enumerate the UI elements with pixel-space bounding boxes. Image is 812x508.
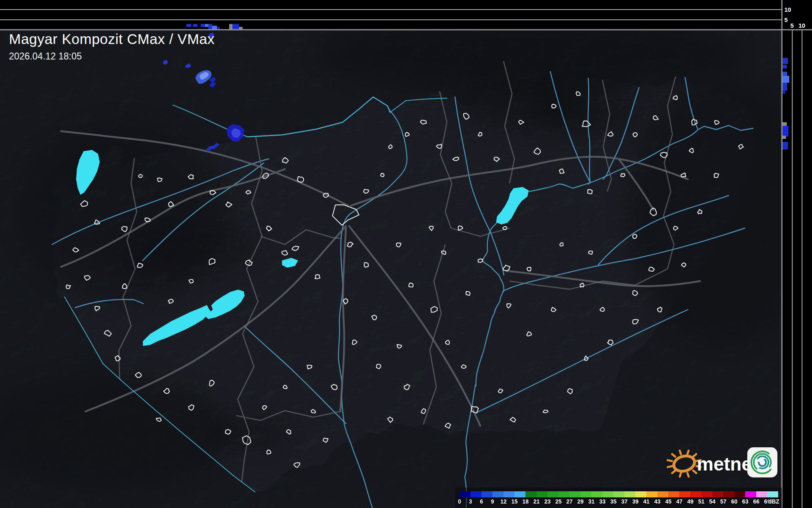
legend-swatch: [613, 491, 624, 497]
right-profile-panel: [782, 0, 812, 508]
legend-tick-label: 54: [709, 498, 716, 505]
legend-swatch: [734, 491, 745, 497]
legend-tick-label: 9: [491, 498, 494, 505]
legend-swatch: [503, 491, 514, 497]
sun-icon: [668, 451, 700, 477]
legend-swatch: [558, 491, 569, 497]
horizontal-tick-10: 10: [799, 22, 805, 29]
legend-swatch: [569, 491, 580, 497]
legend-swatch: [690, 491, 701, 497]
legend-swatch: [646, 491, 657, 497]
legend-swatch: [624, 491, 635, 497]
legend-swatch: [635, 491, 646, 497]
legend-swatch: [701, 491, 712, 497]
legend-tick-label: 37: [621, 498, 628, 505]
metnet-logo: metnet: [666, 443, 784, 484]
horizontal-tick-5: 5: [790, 22, 794, 29]
legend-swatch: [712, 491, 723, 497]
legend-swatch: [514, 491, 525, 497]
cyclone-app-icon: [747, 447, 778, 478]
radar-map-canvas: 10 5 5 10: [0, 0, 812, 508]
legend-swatch: [492, 491, 503, 497]
legend-swatch: [668, 491, 679, 497]
legend-tick-label: 60: [731, 498, 738, 505]
legend-tick-label: 63: [742, 498, 749, 505]
legend-tick-label: 18: [522, 498, 529, 505]
legend-swatches: [460, 491, 778, 497]
legend-swatch: [591, 491, 602, 497]
map-area: [0, 12, 812, 508]
legend-swatch: [460, 491, 471, 497]
legend-tick-label: 27: [566, 498, 573, 505]
legend-tick-label: 57: [720, 498, 727, 505]
title-block: Magyar Kompozit CMax / VMax 2026.04.12 1…: [9, 31, 215, 62]
legend-tick-label: 66: [753, 498, 759, 505]
legend-swatch: [536, 491, 547, 497]
timestamp: 2026.04.12 18:05: [9, 51, 215, 62]
legend-tick-label: 21: [533, 498, 540, 505]
radar-map-screen: 10 5 5 10 Magyar Kompozit CMax / VMax 20…: [0, 0, 812, 508]
legend-tick-label: 25: [555, 498, 562, 505]
top-profile-panel: [0, 0, 782, 30]
legend-tick-label: 43: [654, 498, 661, 505]
legend-tick-label: 35: [610, 498, 617, 505]
legend-tick-label: 12: [500, 498, 507, 505]
legend-tick-label: 47: [676, 498, 683, 505]
vertical-tick-10: 10: [784, 6, 791, 13]
legend-swatch: [525, 491, 536, 497]
vertical-tick-5: 5: [784, 16, 788, 23]
legend-swatch: [723, 491, 734, 497]
dbz-legend: 0369121518212325272931333537394143454749…: [455, 488, 782, 508]
legend-tick-label: 6: [480, 498, 483, 505]
legend-tick-label: 33: [599, 498, 606, 505]
legend-swatch: [657, 491, 668, 497]
legend-tick-label: 3: [469, 498, 472, 505]
legend-tick-label: 23: [544, 498, 551, 505]
legend-tick-label: 39: [632, 498, 639, 505]
legend-swatch: [767, 491, 778, 497]
legend-unit-label: dBZ: [768, 498, 779, 505]
legend-swatch: [482, 491, 492, 497]
legend-swatch: [580, 491, 591, 497]
legend-swatch: [756, 491, 767, 497]
legend-swatch: [602, 491, 613, 497]
legend-tick-label: 0: [458, 498, 461, 505]
legend-swatch: [679, 491, 690, 497]
legend-swatch: [471, 491, 482, 497]
legend-tick-label: 41: [643, 498, 650, 505]
legend-tick-label: 15: [511, 498, 518, 505]
legend-tick-label: 45: [665, 498, 672, 505]
legend-tick-label: 31: [588, 498, 595, 505]
page-title: Magyar Kompozit CMax / VMax: [9, 31, 215, 47]
legend-tick-label: 51: [698, 498, 705, 505]
legend-swatch: [547, 491, 558, 497]
legend-tick-label: 29: [577, 498, 584, 505]
legend-swatch: [745, 491, 756, 497]
legend-tick-label: 49: [687, 498, 694, 505]
